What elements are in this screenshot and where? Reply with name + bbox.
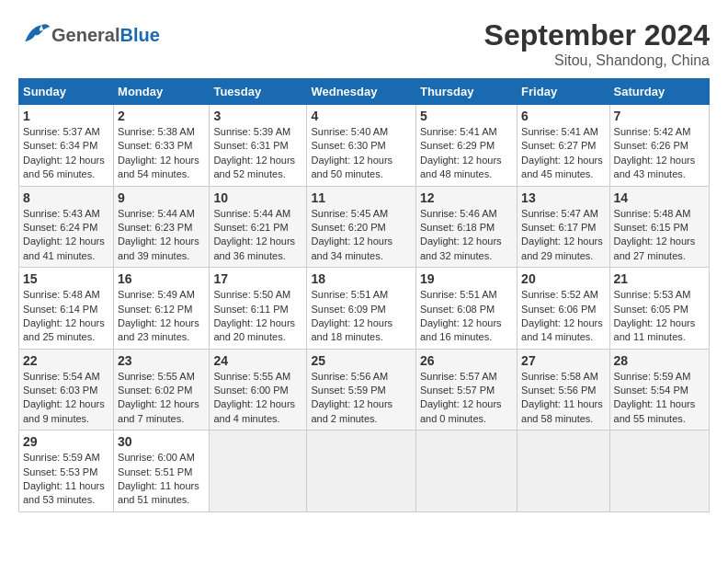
- calendar-week-row: 15 Sunrise: 5:48 AM Sunset: 6:14 PM Dayl…: [19, 268, 710, 350]
- logo-bird-icon: [18, 18, 51, 52]
- calendar-cell: [518, 431, 609, 512]
- calendar-cell: 17 Sunrise: 5:50 AM Sunset: 6:11 PM Dayl…: [210, 268, 307, 350]
- calendar-cell: 25 Sunrise: 5:56 AM Sunset: 5:59 PM Dayl…: [307, 349, 416, 431]
- calendar-week-row: 1 Sunrise: 5:37 AM Sunset: 6:34 PM Dayli…: [19, 105, 710, 187]
- day-number: 21: [614, 271, 705, 286]
- day-number: 15: [23, 271, 109, 286]
- day-info: Sunrise: 5:59 AM Sunset: 5:54 PM Dayligh…: [614, 370, 705, 427]
- day-number: 24: [213, 353, 302, 368]
- calendar-cell: 2 Sunrise: 5:38 AM Sunset: 6:33 PM Dayli…: [114, 105, 210, 187]
- day-info: Sunrise: 5:39 AM Sunset: 6:31 PM Dayligh…: [213, 125, 302, 182]
- col-friday: Friday: [518, 79, 609, 105]
- calendar-subtitle: Sitou, Shandong, China: [484, 52, 710, 69]
- calendar-cell: [307, 431, 416, 512]
- calendar-cell: 26 Sunrise: 5:57 AM Sunset: 5:57 PM Dayl…: [415, 349, 517, 431]
- calendar-cell: 11 Sunrise: 5:45 AM Sunset: 6:20 PM Dayl…: [307, 186, 416, 268]
- calendar-cell: 9 Sunrise: 5:44 AM Sunset: 6:23 PM Dayli…: [114, 186, 210, 268]
- day-number: 30: [118, 434, 205, 449]
- day-number: 19: [420, 271, 513, 286]
- day-number: 27: [521, 353, 605, 368]
- day-info: Sunrise: 5:57 AM Sunset: 5:57 PM Dayligh…: [420, 370, 513, 427]
- day-info: Sunrise: 5:53 AM Sunset: 6:05 PM Dayligh…: [614, 288, 705, 345]
- day-number: 3: [213, 109, 302, 123]
- calendar-cell: 27 Sunrise: 5:58 AM Sunset: 5:56 PM Dayl…: [518, 349, 609, 431]
- day-info: Sunrise: 6:00 AM Sunset: 5:51 PM Dayligh…: [118, 451, 205, 508]
- col-tuesday: Tuesday: [210, 79, 307, 105]
- day-info: Sunrise: 5:50 AM Sunset: 6:11 PM Dayligh…: [213, 288, 302, 345]
- day-info: Sunrise: 5:38 AM Sunset: 6:33 PM Dayligh…: [118, 125, 205, 182]
- calendar-week-row: 8 Sunrise: 5:43 AM Sunset: 6:24 PM Dayli…: [19, 186, 710, 268]
- day-info: Sunrise: 5:45 AM Sunset: 6:20 PM Dayligh…: [311, 207, 412, 264]
- calendar-cell: 1 Sunrise: 5:37 AM Sunset: 6:34 PM Dayli…: [19, 105, 114, 187]
- calendar-table: Sunday Monday Tuesday Wednesday Thursday…: [18, 78, 710, 512]
- calendar-cell: 8 Sunrise: 5:43 AM Sunset: 6:24 PM Dayli…: [19, 186, 114, 268]
- calendar-cell: [210, 431, 307, 512]
- day-number: 2: [118, 109, 205, 123]
- calendar-cell: 5 Sunrise: 5:41 AM Sunset: 6:29 PM Dayli…: [415, 105, 517, 187]
- day-info: Sunrise: 5:49 AM Sunset: 6:12 PM Dayligh…: [118, 288, 205, 345]
- day-info: Sunrise: 5:44 AM Sunset: 6:23 PM Dayligh…: [118, 207, 205, 264]
- day-number: 7: [614, 109, 705, 123]
- day-info: Sunrise: 5:41 AM Sunset: 6:27 PM Dayligh…: [521, 125, 605, 182]
- col-wednesday: Wednesday: [307, 79, 416, 105]
- day-number: 17: [213, 271, 302, 286]
- calendar-cell: 12 Sunrise: 5:46 AM Sunset: 6:18 PM Dayl…: [415, 186, 517, 268]
- day-number: 16: [118, 271, 205, 286]
- day-number: 10: [213, 190, 302, 205]
- day-number: 26: [420, 353, 513, 368]
- day-info: Sunrise: 5:55 AM Sunset: 6:02 PM Dayligh…: [118, 370, 205, 427]
- day-info: Sunrise: 5:48 AM Sunset: 6:14 PM Dayligh…: [23, 288, 109, 345]
- calendar-cell: 4 Sunrise: 5:40 AM Sunset: 6:30 PM Dayli…: [307, 105, 416, 187]
- day-info: Sunrise: 5:51 AM Sunset: 6:09 PM Dayligh…: [311, 288, 412, 345]
- calendar-cell: 3 Sunrise: 5:39 AM Sunset: 6:31 PM Dayli…: [210, 105, 307, 187]
- calendar-cell: 19 Sunrise: 5:51 AM Sunset: 6:08 PM Dayl…: [415, 268, 517, 350]
- calendar-cell: 10 Sunrise: 5:44 AM Sunset: 6:21 PM Dayl…: [210, 186, 307, 268]
- day-info: Sunrise: 5:44 AM Sunset: 6:21 PM Dayligh…: [213, 207, 302, 264]
- calendar-week-row: 22 Sunrise: 5:54 AM Sunset: 6:03 PM Dayl…: [19, 349, 710, 431]
- calendar-title-block: September 2024 Sitou, Shandong, China: [484, 18, 710, 69]
- day-number: 18: [311, 271, 412, 286]
- day-number: 11: [311, 190, 412, 205]
- calendar-cell: 14 Sunrise: 5:48 AM Sunset: 6:15 PM Dayl…: [609, 186, 709, 268]
- day-info: Sunrise: 5:41 AM Sunset: 6:29 PM Dayligh…: [420, 125, 513, 182]
- logo: GeneralBlue: [18, 18, 160, 52]
- calendar-cell: 13 Sunrise: 5:47 AM Sunset: 6:17 PM Dayl…: [518, 186, 609, 268]
- page-header: GeneralBlue September 2024 Sitou, Shando…: [18, 18, 710, 69]
- calendar-title: September 2024: [484, 18, 710, 52]
- day-info: Sunrise: 5:54 AM Sunset: 6:03 PM Dayligh…: [23, 370, 109, 427]
- day-info: Sunrise: 5:51 AM Sunset: 6:08 PM Dayligh…: [420, 288, 513, 345]
- calendar-cell: 22 Sunrise: 5:54 AM Sunset: 6:03 PM Dayl…: [19, 349, 114, 431]
- day-info: Sunrise: 5:46 AM Sunset: 6:18 PM Dayligh…: [420, 207, 513, 264]
- day-number: 28: [614, 353, 705, 368]
- day-info: Sunrise: 5:47 AM Sunset: 6:17 PM Dayligh…: [521, 207, 605, 264]
- calendar-week-row: 29 Sunrise: 5:59 AM Sunset: 5:53 PM Dayl…: [19, 431, 710, 512]
- day-number: 20: [521, 271, 605, 286]
- calendar-cell: 7 Sunrise: 5:42 AM Sunset: 6:26 PM Dayli…: [609, 105, 709, 187]
- day-info: Sunrise: 5:40 AM Sunset: 6:30 PM Dayligh…: [311, 125, 412, 182]
- day-number: 13: [521, 190, 605, 205]
- day-number: 4: [311, 109, 412, 123]
- day-number: 25: [311, 353, 412, 368]
- day-number: 5: [420, 109, 513, 123]
- day-info: Sunrise: 5:43 AM Sunset: 6:24 PM Dayligh…: [23, 207, 109, 264]
- day-number: 6: [521, 109, 605, 123]
- day-number: 22: [23, 353, 109, 368]
- day-number: 12: [420, 190, 513, 205]
- calendar-cell: 28 Sunrise: 5:59 AM Sunset: 5:54 PM Dayl…: [609, 349, 709, 431]
- day-info: Sunrise: 5:58 AM Sunset: 5:56 PM Dayligh…: [521, 370, 605, 427]
- calendar-cell: 15 Sunrise: 5:48 AM Sunset: 6:14 PM Dayl…: [19, 268, 114, 350]
- col-monday: Monday: [114, 79, 210, 105]
- calendar-cell: 21 Sunrise: 5:53 AM Sunset: 6:05 PM Dayl…: [609, 268, 709, 350]
- day-info: Sunrise: 5:37 AM Sunset: 6:34 PM Dayligh…: [23, 125, 109, 182]
- calendar-cell: [415, 431, 517, 512]
- day-number: 1: [23, 109, 109, 123]
- calendar-cell: 16 Sunrise: 5:49 AM Sunset: 6:12 PM Dayl…: [114, 268, 210, 350]
- day-info: Sunrise: 5:55 AM Sunset: 6:00 PM Dayligh…: [213, 370, 302, 427]
- col-saturday: Saturday: [609, 79, 709, 105]
- logo-text: GeneralBlue: [51, 25, 160, 45]
- calendar-cell: 23 Sunrise: 5:55 AM Sunset: 6:02 PM Dayl…: [114, 349, 210, 431]
- day-number: 9: [118, 190, 205, 205]
- day-number: 29: [23, 434, 109, 449]
- day-info: Sunrise: 5:56 AM Sunset: 5:59 PM Dayligh…: [311, 370, 412, 427]
- day-number: 23: [118, 353, 205, 368]
